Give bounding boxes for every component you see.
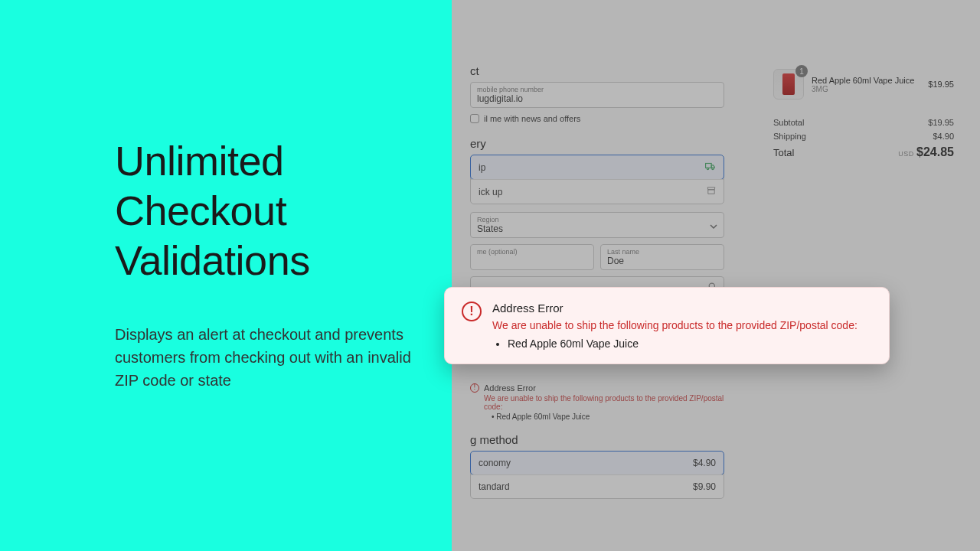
error-icon: !	[462, 302, 482, 321]
callout-product-list: Red Apple 60ml Vape Juice	[492, 337, 872, 350]
hero-subcopy: Displays an alert at checkout and preven…	[115, 323, 421, 392]
callout-product-item: Red Apple 60ml Vape Juice	[508, 337, 872, 350]
dim-overlay	[452, 0, 980, 551]
stage: ct mobile phone number lugdigital.io il …	[0, 0, 980, 551]
hero-headline: Unlimited Checkout Validations	[115, 136, 310, 285]
callout-message: We are unable to ship the following prod…	[492, 319, 872, 331]
address-error-callout: ! Address Error We are unable to ship th…	[444, 287, 890, 364]
callout-title: Address Error	[492, 302, 872, 315]
